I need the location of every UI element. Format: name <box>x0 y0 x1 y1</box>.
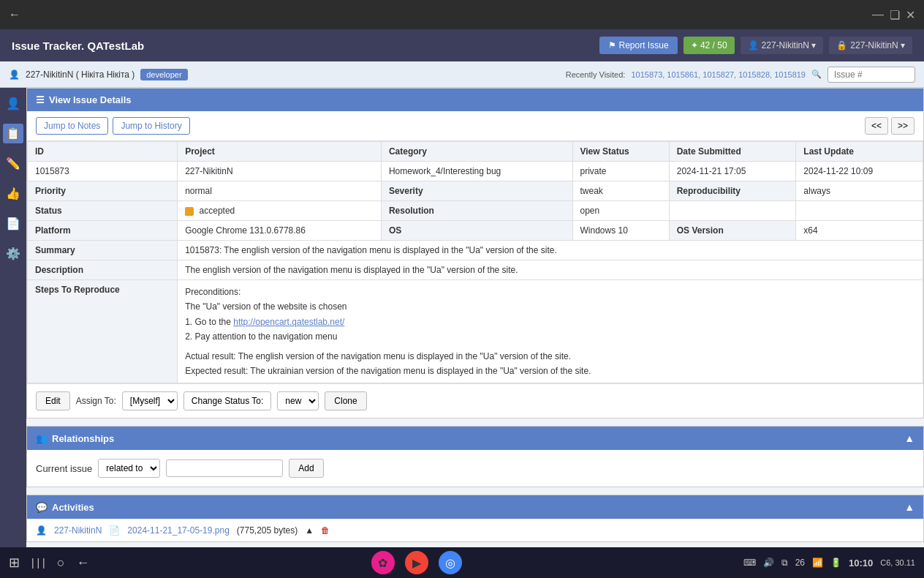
table-row-steps: Steps To Reproduce Preconditions: The "U… <box>28 280 923 383</box>
relationships-panel: 👥 Relationships ▲ Current issue related … <box>26 426 924 487</box>
cell-category: Homework_4/Interesting bug <box>381 162 572 181</box>
taskbar-display-icon[interactable]: ⧉ <box>781 558 788 568</box>
table-row-platform: Platform Google Chrome 131.0.6778.86 OS … <box>28 221 923 241</box>
taskbar-wifi-icon[interactable]: 📶 <box>812 558 823 568</box>
sidebar-item-docs[interactable]: 📄 <box>3 214 23 233</box>
status-dot-icon <box>185 207 194 216</box>
edit-button[interactable]: Edit <box>36 391 70 410</box>
status-select[interactable]: new <box>277 391 319 410</box>
nav-user2[interactable]: 🔒 227-NikitinN ▾ <box>829 37 912 54</box>
taskbar-bar-icon[interactable]: | | | <box>31 557 45 568</box>
sidebar-item-edit[interactable]: ✏️ <box>3 154 23 173</box>
back-button[interactable]: ← <box>9 8 20 21</box>
related-to-select[interactable]: related to <box>98 459 160 478</box>
label-os: OS <box>381 221 572 241</box>
taskbar-app3[interactable]: ◎ <box>439 551 462 574</box>
jump-history-button[interactable]: Jump to History <box>113 117 189 135</box>
sidebar-item-settings[interactable]: ⚙️ <box>3 244 23 263</box>
steps-link[interactable]: http://opencart.qatestlab.net/ <box>233 317 344 327</box>
taskbar-app1[interactable]: ✿ <box>371 551 395 574</box>
assign-to-label: Assign To: <box>76 396 116 406</box>
taskbar-back-icon[interactable]: ← <box>77 555 90 571</box>
taskbar-time: 10:10 <box>849 558 873 568</box>
table-row-description: Description The english version of the n… <box>28 260 923 280</box>
val-platform: Google Chrome 131.0.6778.86 <box>178 221 382 241</box>
val-os-version: x64 <box>796 221 923 241</box>
relationships-title: Relationships <box>52 433 114 444</box>
cell-date-submitted: 2024-11-21 17:05 <box>669 162 796 181</box>
taskbar-battery-icon[interactable]: 🔋 <box>830 558 841 568</box>
relationship-target-input[interactable] <box>166 459 283 477</box>
minimize-button[interactable]: — <box>872 8 884 22</box>
main-layout: 👤 📋 ✏️ 👍 📄 ⚙️ ☰ View Issue Details Jump … <box>0 88 924 547</box>
activity-file[interactable]: 2024-11-21_17-05-19.png <box>127 525 229 536</box>
current-issue-label: Current issue <box>36 463 92 474</box>
steps-step2: 2. Pay attention to the navigation menu <box>185 329 915 344</box>
nav-bar: Issue Tracker. QATestLab ⚑ Report Issue … <box>0 29 924 61</box>
steps-expected: Expected result: The ukrainian version o… <box>185 364 915 378</box>
activity-user-icon: 👤 <box>36 525 47 536</box>
activities-panel: 💬 Activities ▲ 👤 227-NikitinN 📄 2024-11-… <box>26 495 924 542</box>
cell-project: 227-NikitinN <box>178 162 382 181</box>
col-project: Project <box>178 142 382 162</box>
change-status-button[interactable]: Change Status To: <box>183 391 272 410</box>
report-issue-button[interactable]: ⚑ Report Issue <box>599 37 677 54</box>
taskbar: ⊞ | | | ○ ← ✿ ▶ ◎ ⌨ 🔊 ⧉ 26 📶 🔋 10:10 C6,… <box>0 547 924 578</box>
val-status: accepted <box>178 201 382 221</box>
user-bar: 👤 227-NikitinN ( Нікіта Нікіта ) develop… <box>0 61 924 88</box>
sidebar-item-vote[interactable]: 👍 <box>3 184 23 203</box>
user-icon: 👤 <box>9 70 20 80</box>
steps-preconditions: Preconditions: <box>185 285 915 299</box>
panel-toolbar: Jump to Notes Jump to History << >> <box>27 111 923 141</box>
taskbar-circle-icon[interactable]: ○ <box>57 555 65 571</box>
recently-visited-links[interactable]: 1015873, 1015861, 1015827, 1015828, 1015… <box>631 70 806 79</box>
activities-collapse-button[interactable]: ▲ <box>904 501 914 513</box>
issue-details-table: ID Project Category View Status Date Sub… <box>27 141 923 383</box>
expand-icon[interactable]: ▲ <box>305 525 314 536</box>
val-summary: 1015873: The english version of the navi… <box>178 241 923 260</box>
user2-icon: 🔒 <box>836 40 847 50</box>
val-os: Windows 10 <box>572 221 669 241</box>
activity-item: 👤 227-NikitinN 📄 2024-11-21_17-05-19.png… <box>27 519 923 541</box>
sidebar-item-issues[interactable]: 📋 <box>3 124 23 143</box>
nav-prev-button[interactable]: << <box>865 117 888 135</box>
table-row-status: Status accepted Resolution open <box>28 201 923 221</box>
taskbar-grid-icon[interactable]: ⊞ <box>9 555 20 571</box>
relationships-collapse-button[interactable]: ▲ <box>904 432 914 444</box>
nav-next-button[interactable]: >> <box>891 117 914 135</box>
taskbar-keyboard-icon[interactable]: ⌨ <box>743 558 756 568</box>
label-status: Status <box>28 201 178 221</box>
user-tag: developer <box>140 69 187 80</box>
table-row-priority: Priority normal Severity tweak Reproduci… <box>28 181 923 201</box>
restore-button[interactable]: ❏ <box>890 8 900 22</box>
menu-icon: ☰ <box>36 94 45 105</box>
val-resolution: open <box>572 201 669 221</box>
nav-user1[interactable]: 👤 227-NikitinN ▾ <box>741 37 824 54</box>
issue-count-button[interactable]: ✦ 42 / 50 <box>683 37 735 54</box>
label-summary: Summary <box>28 241 178 260</box>
taskbar-app2[interactable]: ▶ <box>405 551 428 574</box>
steps-step1: 1. Go to the http://opencart.qatestlab.n… <box>185 315 915 329</box>
delete-icon[interactable]: 🗑 <box>321 525 330 536</box>
action-bar: Edit Assign To: [Myself] Change Status T… <box>27 383 923 418</box>
search-icon: 🔍 <box>811 70 822 79</box>
taskbar-volume-icon[interactable]: 🔊 <box>763 558 774 568</box>
assign-to-select[interactable]: [Myself] <box>122 391 178 410</box>
activities-header: 💬 Activities ▲ <box>27 495 923 519</box>
steps-line1: The "Ua" version of the website is chose… <box>185 299 915 314</box>
jump-notes-button[interactable]: Jump to Notes <box>36 117 108 135</box>
activity-user[interactable]: 227-NikitinN <box>54 525 102 536</box>
taskbar-date: C6, 30.11 <box>880 558 915 567</box>
username-label: 227-NikitinN ( Нікіта Нікіта ) <box>26 70 135 80</box>
recently-visited-label: Recently Visited: <box>566 70 626 79</box>
sidebar-item-user[interactable]: 👤 <box>3 94 23 113</box>
add-relationship-button[interactable]: Add <box>289 459 323 478</box>
val-reproducibility: always <box>796 181 923 201</box>
activities-title: Activities <box>52 502 94 513</box>
clone-button[interactable]: Clone <box>325 391 366 410</box>
cell-id: 1015873 <box>28 162 178 181</box>
col-date-submitted: Date Submitted <box>669 142 796 162</box>
close-button[interactable]: ✕ <box>906 8 915 22</box>
col-last-update: Last Update <box>796 142 923 162</box>
search-input[interactable] <box>828 67 915 83</box>
